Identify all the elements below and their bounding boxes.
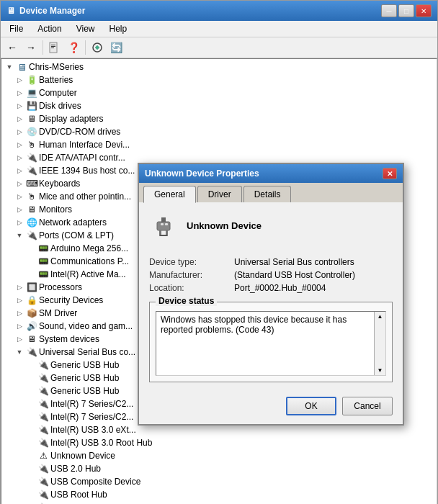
tree-root[interactable]: ▼ 🖥 Chris-MSeries [1, 60, 437, 73]
dvd-icon: 💿 [26, 126, 37, 138]
status-group-label: Device status [156, 296, 217, 306]
dialog-buttons: OK Cancel [139, 391, 403, 424]
tree-item-unknown-device[interactable]: ⚠ Unknown Device [1, 449, 437, 462]
cancel-button[interactable]: Cancel [342, 397, 393, 415]
usb-composite-icon: 🔌 [37, 476, 49, 487]
menu-view[interactable]: View [71, 22, 101, 35]
tab-details[interactable]: Details [243, 186, 292, 202]
manufacturer-label: Manufacturer: [149, 270, 228, 280]
menu-help[interactable]: Help [104, 22, 133, 35]
unknown-device-icon: ⚠ [37, 450, 49, 462]
tree-item-usb20-hub[interactable]: 🔌 USB 2.0 Hub [1, 462, 437, 475]
keyboards-label: Keyboards [39, 179, 80, 189]
tree-item-usb-root-hub-2[interactable]: 🔌 USB Root Hub [1, 501, 437, 504]
status-scrollbar[interactable]: ▲ ▼ [374, 312, 385, 375]
refresh-button[interactable]: 🔄 [107, 40, 125, 55]
tree-item-display[interactable]: ▷ 🖥 Display adapters [1, 112, 437, 125]
intel-usb30-root-icon: 🔌 [37, 437, 49, 449]
monitors-expand-icon: ▷ [14, 204, 24, 215]
tab-general[interactable]: General [143, 186, 196, 203]
monitors-label: Monitors [39, 204, 72, 215]
menu-action[interactable]: Action [32, 22, 67, 35]
intel-usb30-ext-label: Intel(R) USB 3.0 eXt... [50, 425, 136, 435]
forward-button[interactable]: → [22, 40, 40, 55]
sound-expand-icon: ▷ [14, 321, 24, 331]
security-label: Security Devices [39, 295, 103, 305]
tree-item-dvd[interactable]: ▷ 💿 DVD/CD-ROM drives [1, 125, 437, 138]
display-label: Display adapters [39, 114, 103, 124]
scan-button[interactable] [89, 40, 106, 55]
scroll-down-button[interactable]: ▼ [377, 367, 383, 374]
display-icon: 🖥 [26, 113, 37, 125]
tree-item-hid[interactable]: ▷ 🖱 Human Interface Devi... [1, 138, 437, 151]
ieee-icon: 🔌 [26, 165, 37, 176]
usb-root-label: Universal Serial Bus co... [39, 347, 135, 357]
disk-drives-icon: 💾 [26, 100, 37, 112]
svg-rect-9 [159, 235, 168, 236]
window-icon: 🖥 [6, 6, 15, 16]
root-expand-icon: ▼ [4, 62, 14, 72]
help-button[interactable]: ❓ [65, 40, 82, 55]
maximize-button[interactable]: □ [398, 4, 414, 17]
usb-root-hub-1-icon: 🔌 [37, 489, 49, 500]
computer-icon: 💻 [26, 87, 37, 99]
dvd-label: DVD/CD-ROM drives [39, 127, 120, 137]
generic-hub-1-icon: 🔌 [37, 359, 49, 371]
tree-item-batteries[interactable]: ▷ 🔋 Batteries [1, 73, 437, 86]
menu-file[interactable]: File [4, 22, 29, 35]
usb20-hub-label: USB 2.0 Hub [50, 464, 101, 474]
back-button[interactable]: ← [4, 40, 21, 55]
sm-icon: 📦 [26, 307, 37, 319]
close-button[interactable]: ✕ [416, 4, 432, 17]
tree-item-intel-usb30-root[interactable]: 🔌 Intel(R) USB 3.0 Root Hub [1, 436, 437, 449]
properties-button[interactable] [46, 40, 63, 55]
title-buttons: ─ □ ✕ [381, 4, 432, 17]
svg-rect-2 [51, 46, 55, 47]
computer-expand-icon: ▷ [14, 88, 24, 98]
processors-icon: 🔲 [26, 282, 37, 293]
scroll-up-button[interactable]: ▲ [377, 313, 383, 320]
tree-item-disk-drives[interactable]: ▷ 💾 Disk drives [1, 99, 437, 112]
dialog-close-button[interactable]: ✕ [383, 168, 397, 179]
ieee-expand-icon: ▷ [14, 166, 24, 176]
device-properties: Device type: Universal Serial Bus contro… [149, 257, 393, 293]
batteries-icon: 🔋 [26, 74, 37, 86]
status-message: Windows has stopped this device because … [156, 312, 374, 375]
svg-rect-10 [161, 223, 164, 225]
minimize-button[interactable]: ─ [381, 4, 397, 17]
intel-usb30-root-label: Intel(R) USB 3.0 Root Hub [50, 438, 152, 448]
sm-expand-icon: ▷ [14, 308, 24, 318]
main-content: ▼ 🖥 Chris-MSeries ▷ 🔋 Batteries ▷ 💻 Comp… [1, 58, 437, 504]
ports-expand-icon: ▼ [14, 230, 24, 240]
svg-rect-3 [51, 48, 54, 48]
keyboards-expand-icon: ▷ [14, 179, 24, 189]
sound-label: Sound, video and gam... [39, 321, 133, 331]
mice-expand-icon: ▷ [14, 192, 24, 202]
system-expand-icon: ▷ [14, 334, 24, 344]
usb-root-icon: 🔌 [26, 346, 37, 358]
dialog-title: Unknown Device Properties [145, 168, 259, 179]
status-group: Device status Windows has stopped this d… [149, 302, 393, 382]
tab-driver[interactable]: Driver [197, 186, 242, 202]
system-label: System devices [39, 334, 99, 344]
batteries-expand-icon: ▷ [14, 75, 24, 85]
tree-item-computer[interactable]: ▷ 💻 Computer [1, 86, 437, 99]
properties-icon [49, 42, 61, 53]
sound-icon: 🔊 [26, 320, 37, 332]
ok-button[interactable]: OK [286, 397, 336, 415]
generic-hub-3-icon: 🔌 [37, 385, 49, 397]
svg-rect-11 [165, 223, 168, 225]
network-icon: 🌐 [26, 217, 37, 228]
dialog-device-name: Unknown Device [187, 220, 262, 231]
tree-item-usb-composite[interactable]: 🔌 USB Composite Device [1, 475, 437, 488]
dialog-titlebar: Unknown Device Properties ✕ [139, 164, 403, 183]
processors-expand-icon: ▷ [14, 282, 24, 292]
tree-item-usb-root-hub-1[interactable]: 🔌 USB Root Hub [1, 488, 437, 501]
generic-hub-2-label: Generic USB Hub [50, 373, 119, 383]
unknown-device-label: Unknown Device [50, 451, 115, 461]
scan-icon [91, 42, 103, 53]
display-expand-icon: ▷ [14, 114, 24, 124]
sm-label: SM Driver [39, 308, 77, 318]
dvd-expand-icon: ▷ [14, 127, 24, 137]
status-box-container: Windows has stopped this device because … [156, 311, 386, 376]
